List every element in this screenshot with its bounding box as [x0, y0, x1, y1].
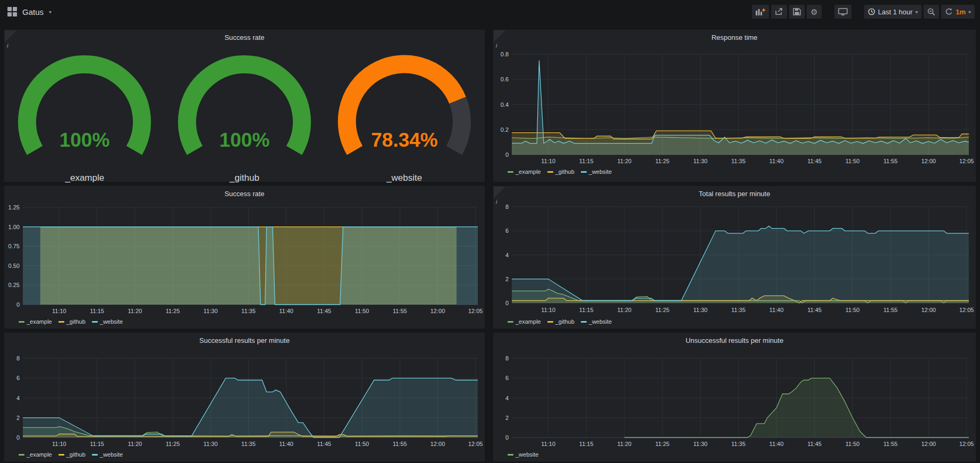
- gauge-group: 100%_example100%_github78.34%_website: [5, 43, 484, 182]
- svg-text:0.50: 0.50: [9, 263, 20, 269]
- chevron-down-icon: ▾: [915, 9, 918, 15]
- svg-text:12:05: 12:05: [468, 441, 483, 447]
- svg-text:11:30: 11:30: [694, 307, 708, 313]
- dashboard-title[interactable]: Gatus: [22, 7, 44, 16]
- svg-text:11:35: 11:35: [241, 441, 256, 447]
- panel-success-rate-graph: Success rate 11:1011:1511:2011:2511:3011…: [4, 186, 485, 329]
- svg-text:8: 8: [505, 204, 509, 210]
- add-panel-button[interactable]: [752, 5, 769, 19]
- svg-text:12:05: 12:05: [959, 307, 974, 313]
- svg-text:6: 6: [505, 375, 509, 381]
- svg-text:4: 4: [16, 395, 20, 401]
- svg-text:0.8: 0.8: [501, 51, 509, 57]
- svg-text:11:25: 11:25: [655, 307, 670, 313]
- svg-text:11:45: 11:45: [807, 441, 822, 447]
- svg-text:11:10: 11:10: [52, 308, 66, 314]
- svg-text:11:25: 11:25: [655, 158, 670, 164]
- svg-text:11:45: 11:45: [317, 308, 332, 314]
- tv-mode-button[interactable]: [834, 5, 851, 19]
- chevron-down-icon[interactable]: ▾: [49, 9, 52, 15]
- chart-legend: _website: [508, 451, 538, 458]
- legend-color-dash: [547, 171, 553, 173]
- svg-text:0: 0: [16, 301, 20, 308]
- time-range-label: Last 1 hour: [878, 8, 913, 16]
- svg-text:12:05: 12:05: [959, 441, 974, 447]
- legend-item[interactable]: _website: [92, 451, 123, 458]
- legend-item[interactable]: _website: [92, 318, 123, 325]
- legend-item[interactable]: _website: [581, 169, 612, 175]
- svg-text:11:40: 11:40: [770, 307, 784, 313]
- svg-text:12:05: 12:05: [959, 158, 974, 164]
- svg-text:11:15: 11:15: [90, 441, 104, 447]
- svg-text:11:25: 11:25: [166, 441, 180, 447]
- svg-text:0.4: 0.4: [501, 102, 509, 108]
- zoom-out-icon: [927, 8, 935, 16]
- svg-text:11:45: 11:45: [807, 158, 822, 164]
- gauge-arc: 100%: [165, 43, 324, 171]
- legend-item[interactable]: _github: [58, 318, 86, 325]
- apps-grid-icon[interactable]: [7, 7, 17, 16]
- svg-text:6: 6: [505, 228, 509, 234]
- legend-label: _example: [516, 169, 541, 175]
- svg-text:11:50: 11:50: [355, 441, 369, 447]
- legend-label: _website: [516, 451, 538, 458]
- legend-label: _github: [66, 318, 86, 325]
- gauge-value: 78.34%: [371, 129, 438, 151]
- svg-text:2: 2: [16, 415, 20, 421]
- svg-text:12:05: 12:05: [468, 308, 483, 314]
- svg-text:11:20: 11:20: [617, 441, 631, 447]
- share-button[interactable]: [771, 5, 787, 19]
- gauge-_github: 100%_github: [165, 43, 325, 182]
- unsuccessful-results-chart[interactable]: 11:1011:1511:2011:2511:3011:3511:4011:45…: [494, 333, 976, 462]
- panel-response-time: i Response time 11:1011:1511:2011:2511:3…: [493, 30, 976, 182]
- legend-item[interactable]: _example: [508, 169, 541, 175]
- total-results-chart[interactable]: 11:1011:1511:2011:2511:3011:3511:4011:45…: [494, 187, 976, 329]
- success-rate-chart[interactable]: 11:1011:1511:2011:2511:3011:3511:4011:45…: [5, 187, 485, 329]
- panel-success-rate-gauges: i Success rate 100%_example100%_github78…: [4, 30, 485, 182]
- svg-text:0.25: 0.25: [9, 282, 20, 288]
- legend-item[interactable]: _website: [581, 318, 612, 325]
- svg-text:11:45: 11:45: [317, 441, 332, 447]
- gauge-series-label: _github: [165, 173, 325, 183]
- legend-item[interactable]: _github: [547, 169, 575, 175]
- svg-text:8: 8: [505, 355, 509, 361]
- legend-color-dash: [508, 454, 513, 456]
- legend-item[interactable]: _github: [547, 318, 575, 325]
- svg-text:11:30: 11:30: [694, 441, 708, 447]
- successful-results-chart[interactable]: 11:1011:1511:2011:2511:3011:3511:4011:45…: [5, 333, 485, 462]
- legend-item[interactable]: _example: [508, 318, 541, 325]
- legend-item[interactable]: _github: [58, 451, 86, 458]
- legend-label: _github: [66, 451, 86, 458]
- svg-text:11:55: 11:55: [883, 441, 898, 447]
- settings-button[interactable]: ⚙: [807, 5, 822, 19]
- legend-item[interactable]: _example: [19, 318, 52, 325]
- svg-text:11:10: 11:10: [52, 441, 66, 447]
- chart-legend: _example_github_website: [508, 169, 612, 175]
- gauge-arc: 100%: [5, 43, 164, 171]
- save-button[interactable]: [789, 5, 805, 19]
- svg-text:11:45: 11:45: [807, 307, 822, 313]
- panel-unsuccessful-results: Unsuccessful results per minute 11:1011:…: [493, 333, 976, 461]
- svg-text:12:00: 12:00: [921, 158, 936, 164]
- gauge-series-label: _example: [5, 173, 165, 183]
- gauge-arc: 78.34%: [325, 43, 484, 171]
- legend-color-dash: [581, 171, 587, 173]
- panel-title[interactable]: Success rate: [5, 33, 484, 41]
- svg-text:11:10: 11:10: [541, 307, 555, 313]
- legend-item[interactable]: _website: [508, 451, 538, 458]
- refresh-button[interactable]: 1m ▾: [941, 5, 975, 19]
- time-range-picker[interactable]: Last 1 hour ▾: [864, 5, 922, 19]
- response-time-chart[interactable]: 11:1011:1511:2011:2511:3011:3511:4011:45…: [494, 30, 976, 182]
- svg-text:11:25: 11:25: [655, 441, 670, 447]
- svg-text:0: 0: [505, 300, 509, 306]
- svg-text:11:40: 11:40: [279, 441, 293, 447]
- legend-color-dash: [92, 454, 98, 456]
- legend-item[interactable]: _example: [19, 451, 52, 458]
- legend-label: _github: [555, 318, 575, 325]
- refresh-icon: [945, 8, 953, 15]
- navbar: Gatus ▾ ⚙: [0, 0, 980, 23]
- svg-text:11:15: 11:15: [579, 307, 594, 313]
- svg-text:11:40: 11:40: [770, 158, 784, 164]
- chart-legend: _example_github_website: [508, 318, 612, 325]
- zoom-out-button[interactable]: [924, 5, 939, 19]
